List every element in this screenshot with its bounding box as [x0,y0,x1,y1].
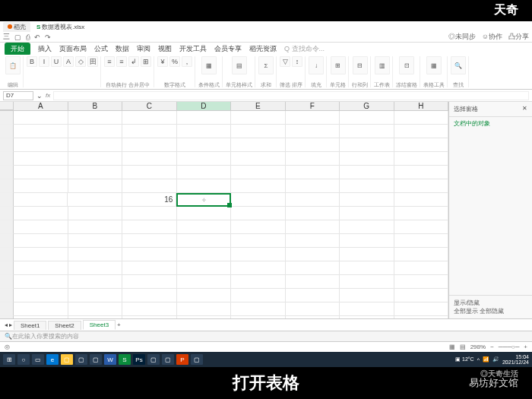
row-header[interactable] [0,207,14,220]
cell-B13[interactable] [68,275,123,289]
tab-resources[interactable]: 稻壳资源 [249,44,277,54]
tab-file[interactable]: S数据透视表.xlsx [32,22,89,32]
row-header[interactable] [0,220,14,234]
cell-D9[interactable] [177,220,232,234]
cell-E9[interactable] [231,220,286,234]
sort-icon[interactable]: ↕ [292,56,302,67]
fill-icon[interactable]: ↓ [309,56,324,74]
cell-E1[interactable] [231,111,286,125]
cell-A4[interactable] [14,152,68,166]
cell-F1[interactable] [286,111,340,125]
formula-input[interactable] [53,91,529,100]
cell-H10[interactable] [394,234,449,248]
cell-D10[interactable] [177,234,232,248]
col-C[interactable]: C [122,102,177,110]
cell-A9[interactable] [14,220,68,234]
cell-C7[interactable]: 16 [122,193,176,207]
cell-B5[interactable] [68,166,123,179]
find-icon[interactable]: 🔍 [451,56,466,74]
qat-print-icon[interactable]: ⎙ [26,33,30,41]
clock-time[interactable]: 15:04 [502,354,529,359]
view-normal-icon[interactable]: ▦ [449,344,455,350]
cell-F15[interactable] [286,302,340,316]
cell-B4[interactable] [68,152,123,166]
cell-F5[interactable] [286,166,340,179]
cell-C12[interactable] [122,261,177,275]
cell-E14[interactable] [231,289,286,302]
cell-H12[interactable] [394,261,449,275]
cell-A1[interactable] [14,111,68,125]
cell-E11[interactable] [231,248,286,261]
search-bar[interactable]: 🔍 在此输入你要搜索的内容 [0,331,532,341]
zoom-in-icon[interactable]: + [524,344,527,350]
cell-E16[interactable] [231,316,286,318]
cell-C11[interactable] [122,248,177,261]
cell-E13[interactable] [231,275,286,289]
cell-B16[interactable] [68,316,123,318]
app-icon[interactable]: P [176,354,188,365]
tab-start[interactable]: 开始 [5,43,30,55]
cell-B6[interactable] [68,179,123,193]
underline-icon[interactable]: U [51,56,62,67]
tab-vip[interactable]: 会员专享 [214,44,242,54]
cell-D7[interactable]: ✧ [176,193,231,207]
cell-D13[interactable] [177,275,232,289]
cell-G14[interactable] [340,289,394,302]
cell-G9[interactable] [340,220,394,234]
row-header[interactable] [0,302,14,316]
cell-B7[interactable] [68,193,122,207]
start-icon[interactable]: ⊞ [3,354,15,365]
cell-G4[interactable] [340,152,394,166]
app-icon[interactable]: W [104,354,116,365]
cell-C9[interactable] [122,220,177,234]
app-icon[interactable]: Ps [133,354,145,365]
col-D[interactable]: D [177,102,232,110]
cell-E4[interactable] [231,152,286,166]
app-icon[interactable]: ▢ [162,354,174,365]
tray-icon[interactable]: ^ [477,357,480,363]
cell-F13[interactable] [286,275,340,289]
paste-icon[interactable]: 📋 [5,56,21,74]
row-header[interactable] [0,179,14,193]
cell-C2[interactable] [122,125,177,138]
cell-F2[interactable] [286,125,340,138]
cell-H2[interactable] [394,125,449,138]
search-taskbar-icon[interactable]: ○ [17,354,30,365]
fillcolor-icon[interactable]: ◇ [75,56,86,67]
cell-A6[interactable] [14,179,68,193]
cellstyle-icon[interactable]: ▤ [232,56,247,74]
cell-B9[interactable] [68,220,123,234]
cell-D8[interactable] [177,207,232,220]
cell-C3[interactable] [122,138,177,152]
cell-B15[interactable] [68,302,123,316]
cell-F16[interactable] [286,316,340,318]
weather-widget[interactable]: ▣ 12°C [455,356,474,363]
cell-H16[interactable] [394,316,449,318]
view-page-icon[interactable]: ▤ [460,344,466,350]
cell-E10[interactable] [231,234,286,248]
cell-C1[interactable] [122,111,177,125]
sheet-nav-next[interactable]: ▸ [9,321,12,328]
cell-H9[interactable] [394,220,449,234]
cell-H4[interactable] [394,152,449,166]
cell-A11[interactable] [14,248,68,261]
row-header[interactable] [0,138,14,152]
row-header[interactable] [0,261,14,275]
cell-E8[interactable] [231,207,286,220]
col-A[interactable]: A [14,102,68,110]
cell-B8[interactable] [68,207,123,220]
cell-D12[interactable] [177,261,232,275]
align-left-icon[interactable]: ≡ [104,56,115,67]
comma-icon[interactable]: , [182,56,192,67]
row-header[interactable] [0,275,14,289]
italic-icon[interactable]: I [39,56,49,67]
cell-G11[interactable] [340,248,394,261]
cell-F10[interactable] [286,234,340,248]
qat-save-icon[interactable]: ▢ [14,33,21,41]
cell-G3[interactable] [340,138,394,152]
cell-G10[interactable] [340,234,394,248]
cell-F12[interactable] [286,261,340,275]
zoom-out-icon[interactable]: − [490,344,494,350]
cell-D3[interactable] [177,138,232,152]
tab-layout[interactable]: 页面布局 [59,44,87,54]
